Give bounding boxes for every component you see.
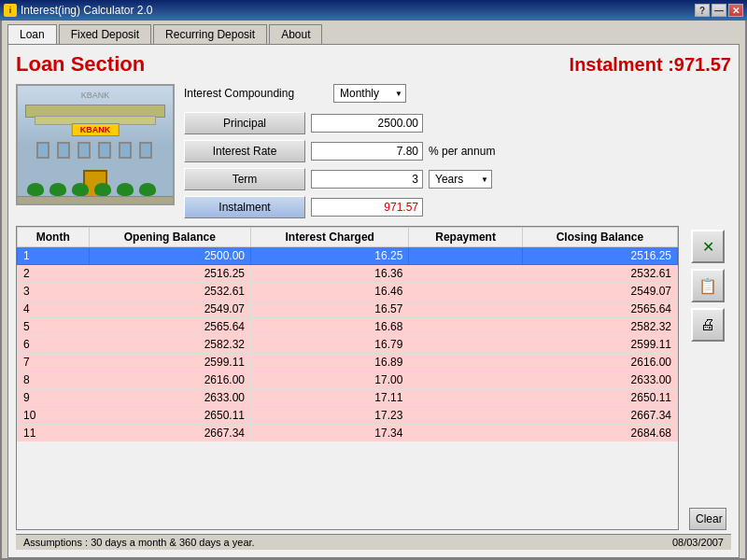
cell-closing: 2633.00 [522,371,677,389]
cell-closing: 2516.25 [522,247,677,265]
col-header-closing: Closing Balance [522,228,677,247]
cell-interest: 16.68 [251,318,409,336]
amortization-table: Month Opening Balance Interest Charged R… [17,227,678,441]
term-button[interactable]: Term [184,168,305,190]
cell-month: 11 [18,425,90,442]
help-button[interactable]: ? [695,4,710,17]
cell-repayment [409,247,522,265]
compounding-select-wrapper[interactable]: Monthly Daily Weekly Quarterly Annually … [333,84,406,103]
cell-closing: 2616.00 [522,354,677,371]
cell-closing: 2549.07 [522,283,677,301]
header-section: Loan Section Instalment :971.57 [16,52,731,77]
interest-rate-button[interactable]: Interest Rate [184,140,305,162]
cell-opening: 2549.07 [89,301,251,318]
cell-month: 8 [18,371,90,389]
title-bar: i Interest(ing) Calculator 2.0 ? — ✕ [0,0,747,21]
cell-interest: 17.00 [251,371,409,389]
minimize-button[interactable]: — [712,4,726,17]
compounding-row: Interest Compounding Monthly Daily Weekl… [184,84,731,103]
table-row[interactable]: 112667.3417.342684.68 [18,425,678,442]
cell-opening: 2633.00 [89,389,251,407]
cell-month: 5 [18,318,90,336]
tab-loan[interactable]: Loan [7,24,57,44]
status-bar: Assumptions : 30 days a month & 360 days… [16,534,731,550]
table-row[interactable]: 32532.6116.462549.07 [18,283,678,301]
print-icon: 🖨 [700,316,715,333]
right-toolbar: ✕ 📋 🖨 Clear [684,226,731,530]
cell-opening: 2599.11 [89,354,251,371]
tab-recurring-deposit[interactable]: Recurring Deposit [153,24,267,44]
instalment-input[interactable] [311,198,423,217]
tab-about[interactable]: About [269,24,322,44]
table-row[interactable]: 22516.2516.362532.61 [18,265,678,283]
cell-opening: 2516.25 [89,265,251,283]
cell-interest: 17.11 [251,389,409,407]
print-button[interactable]: 🖨 [691,308,725,342]
close-button[interactable]: ✕ [728,4,743,17]
cell-opening: 2616.00 [89,371,251,389]
window-controls[interactable]: ? — ✕ [695,4,743,17]
cell-opening: 2650.11 [89,407,251,425]
compounding-select[interactable]: Monthly Daily Weekly Quarterly Annually [333,84,406,103]
interest-unit-label: % per annum [429,145,495,158]
table-wrapper: Month Opening Balance Interest Charged R… [16,226,679,530]
table-row[interactable]: 62582.3216.792599.11 [18,336,678,354]
instalment-button[interactable]: Instalment [184,196,305,218]
interest-rate-row: Interest Rate % per annum [184,140,731,162]
col-header-repayment: Repayment [409,228,522,247]
excel-button[interactable]: ✕ [691,230,725,263]
app-icon: i [4,4,17,17]
cell-opening: 2667.34 [89,425,251,442]
cell-month: 3 [18,283,90,301]
excel-icon: ✕ [702,238,714,256]
cell-month: 2 [18,265,90,283]
tab-fixed-deposit[interactable]: Fixed Deposit [59,24,151,44]
clear-button[interactable]: Clear [689,508,726,530]
principal-button[interactable]: Principal [184,112,305,134]
cell-month: 4 [18,301,90,318]
status-date: 08/03/2007 [672,537,724,548]
cell-interest: 16.79 [251,336,409,354]
cell-repayment [409,407,522,425]
cell-repayment [409,354,522,371]
cell-opening: 2565.64 [89,318,251,336]
principal-input[interactable] [311,114,423,133]
cell-month: 6 [18,336,90,354]
col-header-interest: Interest Charged [251,228,409,247]
term-input[interactable] [311,170,423,189]
cell-repayment [409,283,522,301]
print-preview-icon: 📋 [698,277,717,295]
table-row[interactable]: 82616.0017.002633.00 [18,371,678,389]
col-header-opening: Opening Balance [89,228,251,247]
cell-closing: 2599.11 [522,336,677,354]
status-assumption: Assumptions : 30 days a month & 360 days… [23,537,255,548]
term-unit-select[interactable]: Years Months [429,170,492,189]
cell-closing: 2684.68 [522,425,677,442]
form-fields: Interest Compounding Monthly Daily Weekl… [184,84,731,218]
cell-closing: 2650.11 [522,389,677,407]
cell-opening: 2582.32 [89,336,251,354]
table-row[interactable]: 42549.0716.572565.64 [18,301,678,318]
cell-month: 1 [18,247,90,265]
print-preview-button[interactable]: 📋 [691,269,725,302]
table-row[interactable]: 72599.1116.892616.00 [18,354,678,371]
cell-opening: 2500.00 [89,247,251,265]
app-title: Interest(ing) Calculator 2.0 [21,4,152,17]
cell-interest: 17.23 [251,407,409,425]
cell-repayment [409,389,522,407]
cell-interest: 17.34 [251,425,409,442]
cell-month: 7 [18,354,90,371]
loan-title: Loan Section [16,52,145,77]
term-row: Term Years Months ▼ [184,168,731,190]
main-window: Loan Fixed Deposit Recurring Deposit Abo… [0,21,747,560]
table-row[interactable]: 52565.6416.682582.32 [18,318,678,336]
cell-closing: 2565.64 [522,301,677,318]
interest-rate-input[interactable] [311,142,423,161]
term-unit-wrapper[interactable]: Years Months ▼ [429,170,492,189]
table-row[interactable]: 92633.0017.112650.11 [18,389,678,407]
table-row[interactable]: 12500.0016.252516.25 [18,247,678,265]
instalment-header: Instalment :971.57 [570,54,731,76]
cell-closing: 2532.61 [522,265,677,283]
table-row[interactable]: 102650.1117.232667.34 [18,407,678,425]
cell-month: 9 [18,389,90,407]
